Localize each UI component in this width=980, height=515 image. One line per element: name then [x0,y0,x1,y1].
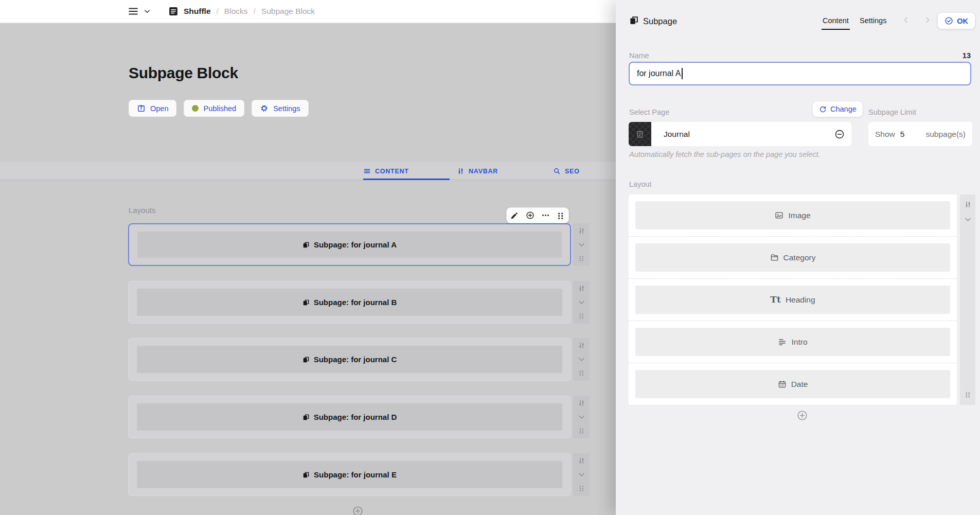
block-label: Subpage: for journal A [314,240,397,249]
block-toolbar [506,207,569,223]
app-logo-icon[interactable] [168,6,179,16]
block-drag-handle-icon[interactable] [578,312,585,320]
published-status-button[interactable]: Published [184,100,244,117]
layout-settings-sliders-icon[interactable] [964,201,972,208]
add-circle-icon[interactable] [522,208,538,223]
layout-block-c[interactable]: Subpage: for journal C [128,338,571,381]
open-external-icon [137,104,146,113]
layout-item-heading[interactable]: Tt Heading [635,286,950,314]
refresh-icon [819,105,827,113]
selected-page-card[interactable]: Journal [629,122,851,146]
block-controls [573,281,590,324]
calendar-icon [778,380,787,388]
subpage-stack-icon [302,299,310,306]
text-lines-icon [778,338,787,346]
change-page-label: Change [830,105,857,113]
breadcrumb-separator: / [254,7,256,16]
name-input[interactable]: for journal A [629,62,971,85]
panel-title: Subpage [643,16,677,26]
block-controls [573,223,590,266]
layout-item-label: Date [791,380,808,389]
layout-item-intro[interactable]: Intro [635,328,950,356]
layout-item-category[interactable]: Category [635,243,950,272]
subpage-stack-icon [302,414,310,421]
drag-grid-icon[interactable] [553,208,568,223]
subpage-stack-icon [302,471,310,478]
block-collapse-chevron-icon[interactable] [578,356,585,363]
subpage-limit-label: Subpage Limit [868,108,916,116]
layout-item-label: Image [788,211,810,220]
text-caret [682,68,683,79]
layout-collapse-chevron-icon[interactable] [964,216,972,223]
block-drag-handle-icon[interactable] [578,369,585,377]
block-drag-handle-icon[interactable] [578,427,585,435]
open-button[interactable]: Open [129,100,176,117]
block-settings-sliders-icon[interactable] [578,399,585,407]
tab-seo[interactable]: SEO [553,162,580,180]
block-collapse-chevron-icon[interactable] [578,241,585,248]
block-settings-sliders-icon[interactable] [578,342,585,349]
panel-tab-content[interactable]: Content [823,16,849,25]
name-char-counter: 13 [963,51,971,60]
change-page-button[interactable]: Change [813,101,863,117]
layout-item-image[interactable]: Image [635,201,950,229]
layout-block-a[interactable]: Subpage: for journal A [128,223,571,266]
more-ellipsis-icon[interactable] [538,208,553,223]
ok-button[interactable]: OK [938,13,975,29]
panel-tab-settings[interactable]: Settings [860,16,886,25]
layout-block-e[interactable]: Subpage: for journal E [128,453,571,496]
remove-page-icon[interactable] [834,129,845,139]
hamburger-menu-icon[interactable] [128,6,139,17]
block-drag-handle-icon[interactable] [578,485,585,492]
prev-chevron-icon[interactable] [902,16,910,24]
block-settings-sliders-icon[interactable] [578,227,585,235]
layout-block-d[interactable]: Subpage: for journal D [128,396,571,438]
breadcrumb-current: Subpage Block [261,7,315,16]
block-collapse-chevron-icon[interactable] [578,471,585,478]
layout-drag-handle-icon[interactable] [965,391,971,399]
breadcrumb-app[interactable]: Shuffle [184,7,211,16]
subpage-stack-icon [629,15,639,25]
content-tab-icon [363,167,371,175]
published-label: Published [203,104,236,113]
block-drag-handle-icon[interactable] [578,255,585,262]
image-icon [775,211,783,220]
layout-items-card: Image Category Tt Heading Intro Date [629,194,957,405]
name-field-label: Name [629,51,649,60]
add-block-button[interactable] [352,506,363,515]
select-page-helper-text: Automatically fetch the sub-pages on the… [629,150,821,158]
layout-item-label: Heading [786,295,815,305]
block-controls [573,338,590,381]
block-collapse-chevron-icon[interactable] [578,413,585,421]
tab-content[interactable]: CONTENT [363,162,409,180]
breadcrumb-section[interactable]: Blocks [224,7,248,16]
canvas-tabbar: CONTENT NAVBAR SEO [0,162,616,180]
subpage-settings-panel: Subpage Content Settings OK Name 13 for … [616,0,980,515]
page-title: Subpage Block [129,64,238,82]
limit-show-label: Show [875,130,895,139]
block-settings-sliders-icon[interactable] [578,285,585,292]
edit-pencil-icon[interactable] [507,208,522,223]
tab-content-label: CONTENT [375,168,409,175]
ok-button-label: OK [957,17,968,25]
settings-button[interactable]: Settings [252,100,308,117]
block-label: Subpage: for journal B [314,298,397,307]
add-layout-item-button[interactable] [797,410,808,421]
block-collapse-chevron-icon[interactable] [578,298,585,306]
tab-navbar[interactable]: NAVBAR [457,162,498,180]
layouts-section-label: Layouts [129,206,156,215]
layout-card-controls [960,194,975,405]
limit-value-input[interactable]: 5 [900,130,905,139]
layout-block-b[interactable]: Subpage: for journal B [128,281,571,324]
breadcrumb: Shuffle / Blocks / Subpage Block [168,6,315,16]
editor-canvas: Subpage Block Open Published Settings [0,23,616,515]
search-icon [553,167,561,175]
folder-icon [770,253,779,262]
layout-item-label: Intro [791,338,807,347]
limit-suffix-label: subpage(s) [925,130,966,139]
chevron-down-icon[interactable] [144,8,151,15]
next-chevron-icon[interactable] [923,16,932,24]
block-settings-sliders-icon[interactable] [578,457,585,465]
block-controls [573,396,590,438]
layout-item-date[interactable]: Date [635,370,950,398]
